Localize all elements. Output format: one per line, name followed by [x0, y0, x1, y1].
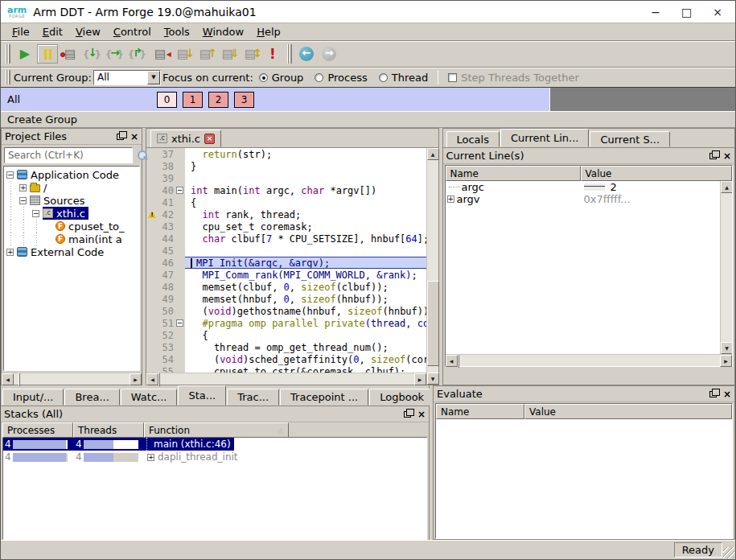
code-line-54[interactable]: 54 (void)sched_getaffinity(0, sizeof(cor… [146, 353, 426, 365]
menu-view[interactable]: View [69, 24, 107, 39]
maximize-button[interactable]: □ [681, 6, 692, 18]
tree-item-xthi-c[interactable]: −xthi.c [4, 207, 139, 220]
toolbar-handle[interactable] [6, 44, 10, 64]
menu-window[interactable]: Window [196, 24, 250, 39]
group-all-row[interactable]: All 0123 [1, 88, 550, 111]
scroll-left-icon[interactable]: ◀ [446, 355, 458, 367]
code-line-44[interactable]: 44 char clbuf[7 * CPU_SETSIZE], hnbuf[64… [146, 233, 426, 245]
tab-watc[interactable]: Watc... [121, 389, 178, 406]
tab-current-lin[interactable]: Current Lin... [500, 129, 589, 147]
column-header-name[interactable]: Name [436, 404, 524, 419]
variables-horizontal-scrollbar[interactable]: ◀ ▶ [446, 354, 733, 366]
process-button-0[interactable]: 0 [157, 92, 177, 108]
stack-row-dapli-thread-init[interactable]: 44+dapli_thread_init [3, 451, 426, 463]
tree-expander-icon[interactable]: + [19, 184, 27, 191]
code-line-52[interactable]: 52 { [146, 329, 426, 341]
toolbar-handle[interactable] [287, 44, 292, 64]
editor-horizontal-scrollbar[interactable]: ◀ ▶ [146, 373, 426, 385]
code-line-51[interactable]: 51 #pragma omp parallel private(thread, … [146, 317, 426, 329]
code-area[interactable]: 37 return(str);38}3940int main(int argc,… [146, 148, 426, 373]
variables-vertical-scrollbar[interactable]: ▲ ▼ [720, 181, 732, 354]
tab-brea[interactable]: Brea... [64, 389, 119, 406]
resize-grip[interactable] [723, 547, 734, 558]
code-line-55[interactable]: 55 cpuset_to_cstr(&coremask, clbuf); [146, 365, 426, 373]
column-header-value[interactable]: Value [524, 404, 732, 419]
code-line-43[interactable]: 43 cpu_set_t coremask; [146, 220, 426, 233]
close-panel-icon[interactable]: × [417, 410, 426, 419]
radio-icon[interactable] [315, 73, 323, 82]
scroll-down-icon[interactable]: ▼ [427, 373, 439, 385]
menu-file[interactable]: File [6, 24, 36, 39]
code-line-46[interactable]: 46MPI_Init(&argc, &argv); [146, 257, 426, 269]
column-header-processes[interactable]: Processes [2, 422, 73, 438]
bottom-stack-frame-button[interactable] [217, 44, 238, 64]
fold-collapse-icon[interactable] [176, 187, 183, 194]
float-panel-icon[interactable] [709, 391, 717, 397]
focus-radio-group[interactable]: Group [259, 72, 304, 84]
pause-button[interactable] [37, 44, 58, 64]
menu-edit[interactable]: Edit [36, 24, 69, 39]
up-stack-frame-button[interactable] [195, 44, 216, 64]
create-group-row[interactable]: Create Group [1, 111, 735, 128]
close-panel-icon[interactable]: × [723, 389, 731, 399]
scroll-left-icon[interactable]: ◀ [2, 373, 14, 385]
code-line-40[interactable]: 40int main(int argc, char *argv[]) [146, 184, 426, 196]
search-icon[interactable] [135, 149, 150, 163]
process-button-1[interactable]: 1 [183, 92, 203, 108]
code-line-41[interactable]: 41{ [146, 196, 426, 208]
menu-control[interactable]: Control [107, 24, 158, 39]
scrollbar-thumb[interactable] [158, 373, 160, 386]
tree-expander-icon[interactable]: − [19, 197, 27, 204]
run-to-line-button[interactable] [150, 44, 171, 64]
tab-input[interactable]: Input/... [2, 389, 64, 406]
float-panel-icon[interactable] [404, 411, 411, 418]
tree-item-cpuset-to[interactable]: cpuset_to_ [4, 220, 139, 233]
variable-row-argc[interactable]: argc2 [446, 181, 721, 193]
chevron-down-icon[interactable] [147, 71, 160, 84]
tab-locals[interactable]: Locals [446, 131, 500, 147]
stop-messages-button[interactable] [262, 44, 283, 64]
tree-item-[interactable]: +/ [4, 181, 139, 194]
tree-item-sources[interactable]: −Sources [4, 194, 139, 207]
close-tab-icon[interactable] [204, 134, 215, 144]
code-line-45[interactable]: 45 [146, 245, 426, 257]
float-panel-icon[interactable] [709, 153, 717, 159]
close-panel-icon[interactable]: × [130, 132, 138, 142]
expand-icon[interactable]: + [147, 454, 154, 461]
scrollbar-thumb[interactable] [458, 354, 459, 368]
tab-logbook[interactable]: Logbook [369, 389, 434, 406]
tab-tracepoint[interactable]: Tracepoint ... [280, 389, 368, 406]
step-into-button[interactable] [82, 44, 103, 64]
down-stack-frame-button[interactable] [172, 44, 193, 64]
project-files-horizontal-scrollbar[interactable]: ◀ ▶ [2, 373, 142, 385]
tree-expander-icon[interactable]: − [6, 171, 14, 179]
scroll-right-icon[interactable]: ▶ [414, 373, 426, 385]
add-breakpoint-button[interactable] [60, 44, 80, 64]
scroll-up-icon[interactable]: ▲ [427, 148, 439, 160]
scrollbar-thumb[interactable] [19, 373, 20, 386]
expand-icon[interactable]: + [447, 196, 454, 203]
toolbar-handle[interactable] [6, 70, 10, 84]
tree-item-application-code[interactable]: −Application Code [4, 168, 139, 181]
menu-help[interactable]: Help [250, 24, 287, 39]
code-line-50[interactable]: 50 (void)gethostname(hnbuf, sizeof(hnbuf… [146, 305, 426, 317]
radio-icon[interactable] [259, 73, 268, 82]
search-input[interactable] [4, 147, 133, 163]
run-button[interactable] [14, 44, 35, 64]
fold-collapse-icon[interactable] [176, 319, 183, 327]
close-button[interactable]: × [713, 6, 722, 18]
code-line-42[interactable]: 42 int rank, thread; [146, 208, 426, 220]
editor-vertical-scrollbar[interactable]: ▲ ▼ [426, 148, 438, 385]
code-line-39[interactable]: 39 [146, 172, 426, 184]
column-header-function[interactable]: Function [144, 422, 289, 438]
close-panel-icon[interactable]: × [723, 151, 731, 161]
column-header-threads[interactable]: Threads [73, 422, 144, 438]
tree-expander-icon[interactable]: + [6, 249, 14, 256]
step-threads-together-checkbox[interactable]: Step Threads Together [448, 72, 579, 84]
column-header-value[interactable]: Value [581, 166, 733, 181]
code-line-48[interactable]: 48 memset(clbuf, 0, sizeof(clbuf)); [146, 281, 426, 293]
radio-icon[interactable] [379, 73, 388, 82]
align-stacks-button[interactable] [240, 44, 261, 64]
process-button-3[interactable]: 3 [234, 92, 254, 108]
scroll-up-icon[interactable]: ▲ [721, 181, 732, 193]
